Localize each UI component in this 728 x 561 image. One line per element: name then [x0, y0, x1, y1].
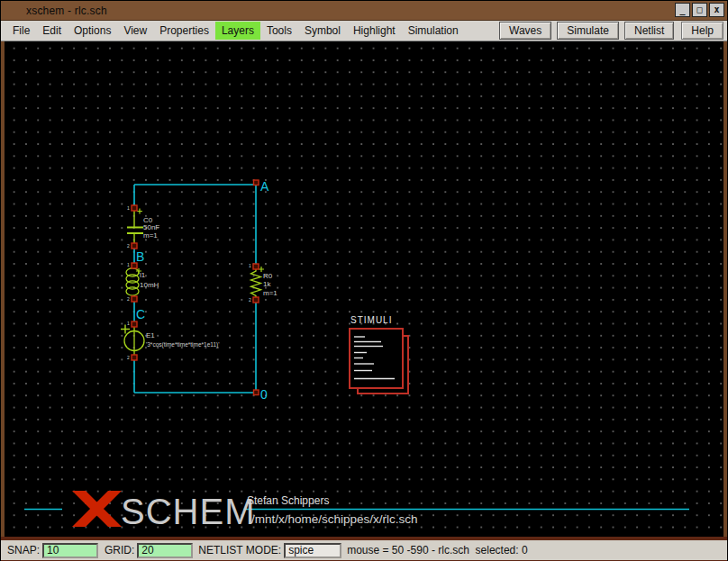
pin-marker: [132, 205, 137, 211]
netlist-mode-input[interactable]: [284, 543, 341, 558]
component-mult: m=1: [263, 289, 278, 297]
grid-label: GRID:: [105, 544, 134, 556]
pin-marker: [132, 296, 137, 302]
pin-marker: [253, 264, 259, 269]
close-button[interactable]: x: [709, 3, 724, 17]
mouse-status-text: mouse = 50 -590 - rlc.sch selected: 0: [347, 544, 527, 556]
menu-options[interactable]: Options: [68, 22, 117, 40]
menu-view[interactable]: View: [117, 22, 153, 40]
net-label-a[interactable]: A: [260, 179, 269, 194]
pin-number: 2: [127, 243, 130, 249]
pin-number: 1: [249, 263, 251, 268]
net-wires[interactable]: [134, 185, 256, 393]
capacitor-c0[interactable]: 1 2 C0 50nF m=1: [127, 205, 159, 249]
component-value: 1k: [263, 280, 271, 288]
menu-symbol[interactable]: Symbol: [298, 22, 347, 40]
filepath-text: /mnt/x/home/schippes/x/rlc.sch: [251, 512, 418, 526]
pin-number: 1: [127, 205, 130, 211]
footer: SCHEM Stefan Schippers /mnt/x/home/schip…: [24, 491, 689, 531]
schematic-canvas[interactable]: 1 2 C0 50nF m=1 1: [1, 41, 727, 537]
vsource-e1[interactable]: 1 2 E1 '3*cos(time*time*time*1e11)': [121, 321, 219, 360]
net-label-gnd[interactable]: 0: [260, 387, 268, 402]
netlist-mode-label: NETLIST MODE:: [198, 544, 281, 556]
help-button[interactable]: Help: [681, 22, 723, 40]
component-name: E1: [146, 331, 155, 339]
window-controls: _ □ x: [675, 3, 724, 17]
waves-button[interactable]: Waves: [499, 22, 551, 40]
net-label-c[interactable]: C: [136, 307, 145, 321]
pin-marker: [254, 180, 259, 185]
resistor-r0[interactable]: 1 2 R0 1k m=1: [249, 263, 278, 303]
net-label-b[interactable]: B: [136, 249, 144, 264]
pin-number: 2: [127, 355, 130, 360]
pin-number: 2: [127, 296, 130, 302]
capacitor-symbol: [127, 209, 143, 246]
window-title: xschem - rlc.sch: [1, 5, 107, 17]
component-mult: m=1: [143, 231, 158, 240]
net-labels: A B C 0: [136, 179, 269, 402]
schematic-drawing: 1 2 C0 50nF m=1 1: [5, 41, 725, 537]
xschem-logo-x-icon: [72, 491, 122, 527]
resistor-symbol: [251, 267, 265, 299]
xschem-logo-text: SCHEM: [121, 492, 255, 531]
menubar: File Edit Options View Properties Layers…: [1, 21, 727, 41]
vsource-symbol: [121, 325, 144, 357]
author-text: Stefan Schippers: [247, 494, 329, 507]
menu-highlight[interactable]: Highlight: [347, 22, 402, 40]
pin-marker: [254, 390, 259, 395]
pin-marker: [132, 355, 137, 360]
xschem-window: xschem - rlc.sch _ □ x File Edit Options…: [0, 0, 728, 561]
pin-number: 2: [249, 297, 251, 303]
statusbar: SNAP: GRID: NETLIST MODE: mouse = 50 -59…: [1, 540, 727, 560]
menu-properties[interactable]: Properties: [153, 22, 215, 40]
pin-number: 1: [127, 262, 130, 267]
stimuli-label: STIMULI: [350, 315, 392, 325]
menu-simulation[interactable]: Simulation: [402, 22, 465, 40]
pin-number: 1: [127, 321, 130, 326]
component-name: R0: [263, 272, 273, 280]
component-name: l1: [140, 271, 146, 279]
maximize-button[interactable]: □: [692, 3, 707, 17]
pin-marker: [132, 321, 137, 327]
component-value: '3*cos(time*time*time*1e11)': [146, 341, 219, 348]
snap-input[interactable]: [42, 543, 98, 558]
stimuli-block[interactable]: STIMULI: [350, 315, 408, 394]
plus-polarity-icon: [137, 209, 142, 214]
inductor-l1[interactable]: 1 2 l1 10mH: [126, 262, 159, 302]
snap-label: SNAP:: [7, 544, 40, 556]
pin-marker: [253, 297, 259, 303]
titlebar[interactable]: xschem - rlc.sch _ □ x: [1, 1, 727, 21]
minimize-button[interactable]: _: [675, 3, 690, 17]
grid-input[interactable]: [137, 543, 193, 558]
menu-tools[interactable]: Tools: [260, 22, 298, 40]
pin-marker: [132, 243, 137, 249]
menu-file[interactable]: File: [6, 22, 36, 40]
menu-layers[interactable]: Layers: [215, 22, 260, 40]
menu-edit[interactable]: Edit: [36, 22, 68, 40]
netlist-button[interactable]: Netlist: [624, 22, 674, 40]
component-value: 10mH: [140, 281, 159, 289]
simulate-button[interactable]: Simulate: [557, 22, 619, 40]
